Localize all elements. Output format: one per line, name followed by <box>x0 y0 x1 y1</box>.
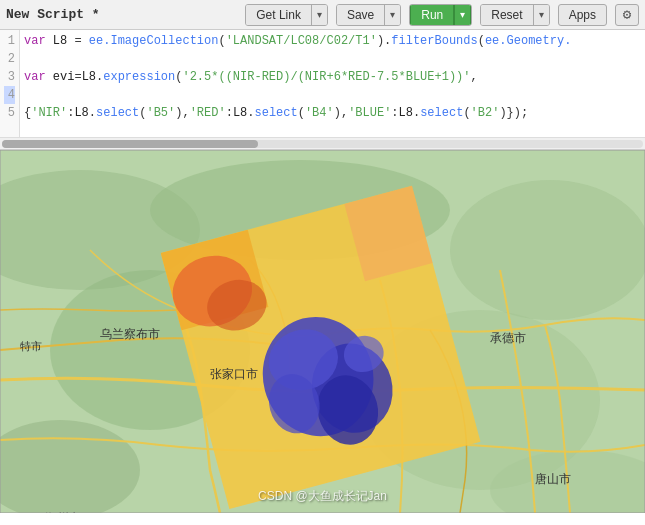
reset-dropdown[interactable]: ▾ <box>533 4 549 26</box>
reset-btn-group[interactable]: Reset ▾ <box>480 4 549 26</box>
get-link-btn-group[interactable]: Get Link ▾ <box>245 4 328 26</box>
run-dropdown[interactable]: ▾ <box>454 4 471 26</box>
get-link-dropdown[interactable]: ▾ <box>311 4 327 26</box>
city-wulan: 乌兰察布市 <box>100 327 160 341</box>
map-svg: 乌兰察布市 张家口市 承德市 特市 唐山市 朔州市 <box>0 150 645 513</box>
code-editor[interactable]: 1 2 3 4 5 var L8 = ee.ImageCollection('L… <box>0 30 645 150</box>
gear-icon: ⚙ <box>623 6 631 23</box>
run-button[interactable]: Run <box>410 4 454 26</box>
svg-point-3 <box>450 180 645 320</box>
apps-button[interactable]: Apps <box>558 4 607 26</box>
code-area[interactable]: 1 2 3 4 5 var L8 = ee.ImageCollection('L… <box>0 30 645 137</box>
run-btn-group[interactable]: Run ▾ <box>409 4 472 26</box>
city-zhangjiakou: 张家口市 <box>210 367 258 381</box>
scroll-thumb[interactable] <box>2 140 258 148</box>
code-content[interactable]: var L8 = ee.ImageCollection('LANDSAT/LC0… <box>20 30 645 137</box>
save-dropdown[interactable]: ▾ <box>384 4 400 26</box>
city-chengde: 承德市 <box>490 331 526 345</box>
city-tangshan: 唐山市 <box>535 472 571 486</box>
line-numbers: 1 2 3 4 5 <box>0 30 20 137</box>
save-btn-group[interactable]: Save ▾ <box>336 4 401 26</box>
horizontal-scrollbar[interactable] <box>0 137 645 149</box>
toolbar: New Script * Get Link ▾ Save ▾ Run ▾ Res… <box>0 0 645 30</box>
script-title: New Script * <box>6 7 100 22</box>
map-container[interactable]: 乌兰察布市 张家口市 承德市 特市 唐山市 朔州市 CSDN @大鱼成长记Jan <box>0 150 645 513</box>
city-te: 特市 <box>20 340 42 352</box>
settings-button[interactable]: ⚙ <box>615 4 639 26</box>
get-link-button[interactable]: Get Link <box>246 4 311 26</box>
reset-button[interactable]: Reset <box>481 4 532 26</box>
scroll-track[interactable] <box>2 140 643 148</box>
save-button[interactable]: Save <box>337 4 384 26</box>
